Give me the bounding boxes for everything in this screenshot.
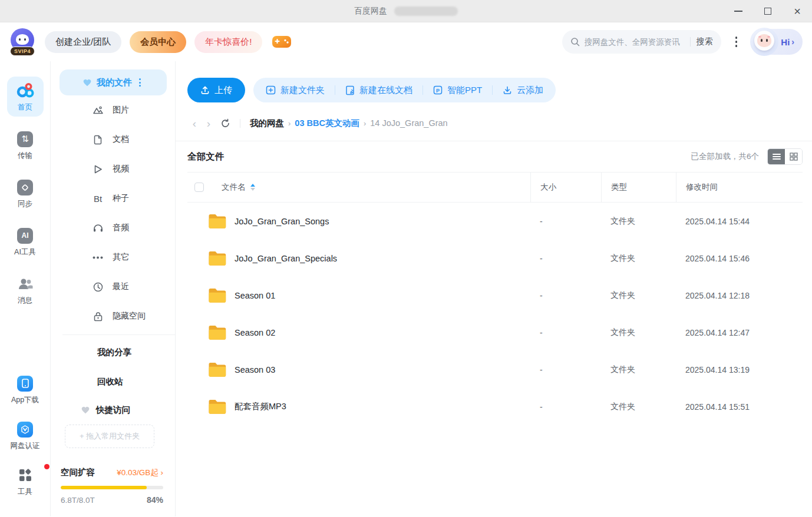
column-modified: 修改时间 (676, 173, 803, 202)
create-team-button[interactable]: 创建企业/团队 (45, 31, 121, 53)
new-online-doc-button[interactable]: 新建在线文档 (335, 78, 422, 102)
game-icon[interactable] (272, 34, 292, 49)
hidden-lock-icon (91, 311, 104, 322)
file-name[interactable]: Season 03 (235, 365, 275, 375)
folder-icon (207, 398, 227, 415)
header-right: 搜索 Hi › (562, 29, 803, 55)
sidebar-item-quick-access[interactable]: 快捷访问 (51, 396, 175, 423)
file-type: 文件夹 (601, 216, 676, 227)
file-size: - (530, 217, 601, 226)
sidebar-item-videos[interactable]: 视频 (51, 154, 175, 184)
search-box[interactable]: 搜索 (562, 30, 721, 54)
column-name: 文件名 (222, 182, 246, 193)
upload-button[interactable]: 上传 (187, 78, 245, 102)
folder-icon (207, 250, 227, 267)
close-button[interactable]: × (792, 6, 803, 16)
sidebar-item-my-files[interactable]: 我的文件 (60, 69, 167, 95)
rail-item-messages[interactable]: 消息 (7, 270, 44, 310)
sidebar-item-recycle-bin[interactable]: 回收站 (51, 367, 175, 396)
sidebar-item-others[interactable]: 其它 (51, 243, 175, 272)
file-size: - (530, 291, 601, 300)
app-window: 百度网盘 × SVIP4 创建企业/团队 会员中心 年卡惊喜价! 搜 (0, 0, 812, 517)
maximize-button[interactable] (763, 6, 773, 16)
search-divider (690, 37, 691, 47)
file-modified: 2025.04.14 15:44 (676, 217, 803, 226)
sidebar-item-documents[interactable]: 文档 (51, 125, 175, 154)
cloud-add-button[interactable]: 云添加 (493, 78, 553, 102)
main-panel: 上传 新建文件夹 新建在线文档 P 智能PPT (176, 61, 812, 516)
search-icon (570, 37, 580, 47)
breadcrumb-root[interactable]: 我的网盘 (250, 118, 284, 129)
sidebar-item-hidden-space[interactable]: 隐藏空间 (51, 301, 175, 331)
member-center-button[interactable]: 会员中心 (130, 31, 186, 53)
sidebar-item-recent[interactable]: 最近 (51, 272, 175, 301)
redacted-username (394, 6, 458, 16)
grid-view-icon (790, 153, 798, 161)
ai-tools-icon: AI (7, 227, 44, 244)
sidebar-item-audio[interactable]: 音频 (51, 213, 175, 243)
rail-item-home[interactable]: 首页 (7, 77, 44, 117)
select-all-checkbox[interactable] (194, 183, 204, 192)
sidebar-item-images[interactable]: 图片 (51, 95, 175, 125)
table-row[interactable]: 配套音频MP3 - 文件夹 2025.04.14 15:51 (187, 388, 803, 425)
smart-ppt-button[interactable]: P 智能PPT (423, 78, 492, 102)
notification-dot (44, 464, 49, 469)
svg-text:P: P (436, 88, 440, 94)
minimize-button[interactable] (733, 6, 744, 16)
rail-item-verify[interactable]: 网盘认证 (7, 415, 44, 455)
file-size: - (530, 365, 601, 375)
sidebar-item-my-share[interactable]: 我的分享 (51, 337, 175, 367)
my-files-menu-icon[interactable] (137, 77, 143, 88)
search-input[interactable] (585, 38, 684, 47)
rail-item-ai-tools[interactable]: AI AI工具 (7, 221, 44, 261)
list-view-button[interactable] (768, 149, 785, 164)
verify-icon (7, 420, 44, 438)
svip-logo[interactable]: SVIP4 (8, 28, 37, 56)
folder-icon (207, 361, 227, 378)
list-title: 全部文件 (187, 151, 224, 163)
column-size: 大小 (530, 173, 601, 202)
table-row[interactable]: Season 01 - 文件夹 2025.04.14 12:18 (187, 277, 803, 314)
new-folder-button[interactable]: 新建文件夹 (256, 78, 335, 102)
chevron-right-icon: › (791, 37, 794, 47)
promo-button[interactable]: 年卡惊喜价! (194, 31, 262, 53)
list-view-icon (773, 153, 781, 160)
user-account-button[interactable]: Hi › (751, 29, 803, 55)
refresh-icon (220, 118, 230, 128)
table-row[interactable]: JoJo_Gran_Gran_Specials - 文件夹 2025.04.14… (187, 240, 803, 277)
forward-button[interactable]: › (202, 118, 216, 129)
storage-expand-label[interactable]: 空间扩容 (61, 467, 95, 478)
search-button[interactable]: 搜索 (697, 37, 713, 47)
file-name[interactable]: Season 01 (235, 291, 275, 300)
table-row[interactable]: Season 03 - 文件夹 2025.04.14 13:19 (187, 351, 803, 388)
window-title: 百度网盘 (354, 6, 387, 16)
table-row[interactable]: JoJo_Gran_Gran_Songs - 文件夹 2025.04.14 15… (187, 203, 803, 240)
rail-item-transfer[interactable]: ⇅ 传输 (7, 125, 44, 165)
file-name[interactable]: JoJo_Gran_Gran_Specials (235, 254, 337, 263)
sort-icon[interactable] (250, 184, 255, 191)
upload-icon (200, 85, 210, 95)
file-name[interactable]: Season 02 (235, 328, 275, 337)
breadcrumb-parent[interactable]: 03 BBC英文动画 (295, 118, 359, 129)
sidebar-item-torrents[interactable]: Bt 种子 (51, 184, 175, 213)
file-modified: 2025.04.14 15:46 (676, 254, 803, 263)
table-row[interactable]: Season 02 - 文件夹 2025.04.14 12:47 (187, 314, 803, 351)
rail-item-sync[interactable]: 同步 (7, 173, 44, 213)
toolbar-action-group: 新建文件夹 新建在线文档 P 智能PPT 云添加 (253, 78, 556, 102)
back-button[interactable]: ‹ (187, 118, 202, 129)
file-name[interactable]: 配套音频MP3 (235, 401, 286, 412)
drop-folder-hint[interactable]: + 拖入常用文件夹 (65, 425, 154, 448)
breadcrumb-current: 14 JoJo_Gran_Gran (370, 118, 447, 128)
more-menu-icon[interactable] (732, 33, 741, 51)
refresh-button[interactable] (220, 118, 230, 128)
storage-price-link[interactable]: ¥0.03/GB起 › (117, 468, 163, 478)
rail-item-app-download[interactable]: App下载 (7, 369, 44, 409)
rail-item-tools[interactable]: 工具 (7, 461, 44, 501)
load-status: 已全部加载，共6个 (691, 151, 759, 162)
file-name[interactable]: JoJo_Gran_Gran_Songs (235, 217, 329, 226)
avatar (750, 28, 778, 56)
window-controls: × (733, 0, 803, 22)
breadcrumb: ‹ › 我的网盘 › 03 BBC英文动画 › 14 JoJo_Gran_Gra… (187, 113, 803, 133)
tools-icon (7, 466, 44, 484)
grid-view-button[interactable] (785, 149, 802, 164)
